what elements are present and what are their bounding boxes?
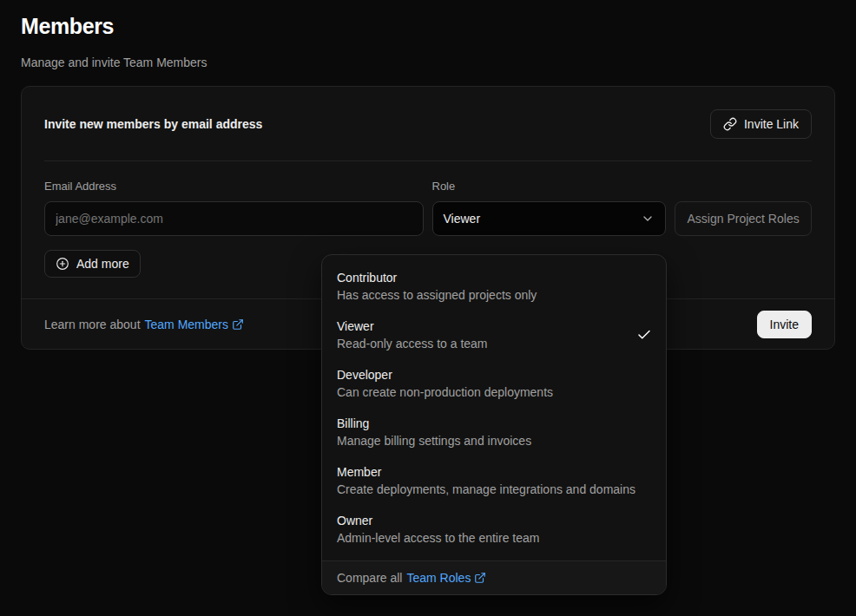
role-option[interactable]: Contributor Has access to assigned proje… [322,262,666,311]
team-members-link-label: Team Members [145,318,228,331]
page-subtitle: Manage and invite Team Members [21,54,835,71]
team-roles-link-label: Team Roles [406,569,471,587]
role-option-name: Billing [337,415,531,432]
invite-link-button-label: Invite Link [744,117,799,131]
plus-circle-icon [56,257,69,271]
add-more-button[interactable]: Add more [44,250,141,278]
role-option-text: Member Create deployments, manage integr… [337,463,635,498]
role-field-group: Role Viewer [432,180,667,236]
link-icon [723,117,737,131]
invite-link-button[interactable]: Invite Link [710,109,812,139]
role-option-name: Contributor [337,269,537,286]
invite-card-header: Invite new members by email address Invi… [22,87,834,161]
role-option-description: Has access to assigned projects only [337,286,537,304]
invite-form-row: Email Address Role Viewer [44,180,812,236]
check-icon [636,327,652,343]
role-option-name: Developer [337,366,553,383]
role-option-name: Viewer [337,318,488,335]
role-option[interactable]: Viewer Read-only access to a team [322,311,666,359]
assign-project-roles-button[interactable]: Assign Project Roles [675,201,812,236]
email-field-group: Email Address [44,180,424,236]
role-dropdown-footer: Compare all Team Roles [322,560,666,594]
role-option[interactable]: Billing Manage billing settings and invo… [322,408,666,456]
learn-more-text: Learn more about [44,318,141,331]
email-input[interactable] [44,201,424,236]
role-dropdown-list: Contributor Has access to assigned proje… [322,255,666,560]
team-members-link[interactable]: Team Members [145,318,244,331]
learn-more-note: Learn more about Team Members [44,318,244,331]
add-more-button-label: Add more [76,257,129,271]
role-option-text: Developer Can create non-production depl… [337,366,553,401]
role-option-description: Admin-level access to the entire team [337,529,539,547]
external-link-icon [232,318,244,331]
team-roles-link[interactable]: Team Roles [406,569,486,587]
role-option-description: Manage billing settings and invoices [337,432,531,449]
role-option[interactable]: Member Create deployments, manage integr… [322,456,666,505]
role-option-description: Can create non-production deployments [337,383,553,401]
role-dropdown-menu: Contributor Has access to assigned proje… [321,254,667,595]
page-title: Members [21,12,835,40]
role-option[interactable]: Owner Admin-level access to the entire t… [322,505,666,554]
role-label: Role [432,180,667,193]
role-option-name: Member [337,463,635,481]
role-select[interactable]: Viewer [432,201,667,236]
role-option-text: Owner Admin-level access to the entire t… [337,512,539,547]
role-option-description: Create deployments, manage integrations … [337,481,635,498]
invite-card-title: Invite new members by email address [44,117,262,131]
external-link-icon [474,572,486,584]
role-option-description: Read-only access to a team [337,335,488,352]
role-option-text: Contributor Has access to assigned proje… [337,269,537,304]
role-select-value: Viewer [444,212,481,226]
role-option-text: Billing Manage billing settings and invo… [337,415,531,449]
chevron-down-icon [641,212,655,226]
invite-button[interactable]: Invite [757,311,812,338]
role-option[interactable]: Developer Can create non-production depl… [322,359,666,408]
email-label: Email Address [44,180,424,193]
role-option-name: Owner [337,512,539,529]
assign-roles-group: Assign Project Roles [675,180,812,236]
role-option-text: Viewer Read-only access to a team [337,318,488,352]
compare-all-text: Compare all [337,569,402,587]
